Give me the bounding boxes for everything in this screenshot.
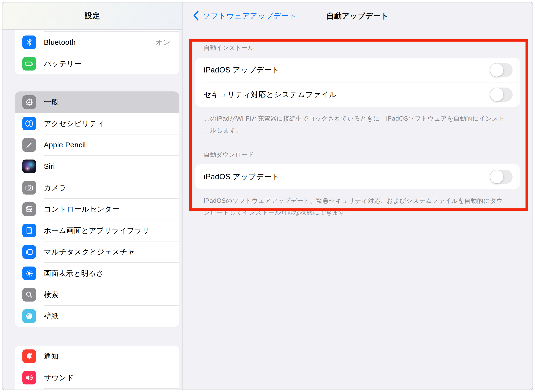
sidebar-item-label: マルチタスクとジェスチャ (44, 247, 179, 257)
sidebar-item-label: コントロールセンター (44, 204, 179, 214)
sidebar-item-label: 一般 (44, 97, 179, 107)
sidebar-group: 通知 サウンド (15, 346, 179, 390)
back-button-label: ソフトウェアアップデート (203, 11, 297, 21)
settings-row-ipados-updates-install: iPadOS アップデート (195, 58, 520, 82)
settings-group: iPadOS アップデート セキュリティ対応とシステムファイル (195, 58, 520, 107)
sidebar-item-camera[interactable]: カメラ (15, 177, 179, 198)
toggle-ipados-updates-download[interactable] (490, 170, 513, 184)
accessibility-icon (22, 117, 36, 130)
wallpaper-icon (22, 309, 36, 323)
sidebar-item-sounds[interactable]: サウンド (15, 367, 179, 388)
sidebar-item-label: Apple Pencil (44, 141, 179, 149)
sidebar-list[interactable]: Bluetooth オン バッテリー 一般 アクセシビリティ Apple Pen… (2, 30, 182, 390)
settings-content: 自動インストール iPadOS アップデート セキュリティ対応とシステムファイル… (183, 44, 533, 218)
sidebar-header: 設定 (2, 2, 182, 30)
sidebar-item-label: 壁紙 (44, 311, 179, 321)
sidebar-item-label: バッテリー (44, 59, 179, 69)
sidebar-item-bluetooth[interactable]: Bluetooth オン (15, 32, 179, 53)
search-icon (22, 288, 36, 302)
chevron-left-icon (193, 10, 199, 22)
toggle-security-responses-system-files[interactable] (490, 88, 513, 102)
sidebar-item-label: 画面表示と明るさ (44, 268, 179, 278)
sidebar-item-accessibility[interactable]: アクセシビリティ (15, 113, 179, 134)
sidebar-item-siri[interactable]: Siri (15, 156, 179, 177)
sidebar-item-display-brightness[interactable]: 画面表示と明るさ (15, 263, 179, 284)
settings-row-ipados-updates-download: iPadOS アップデート (195, 164, 520, 189)
section-footer: iPadOSのソフトウェアアップデート、緊急セキュリティ対応、およびシステムファ… (204, 195, 505, 218)
detail-pane: ソフトウェアアップデート 自動アップデート 自動インストール iPadOS アッ… (183, 2, 533, 390)
toggle-knob (490, 88, 503, 101)
sidebar-item-multitasking[interactable]: マルチタスクとジェスチャ (15, 241, 179, 263)
multitask-icon (22, 245, 36, 259)
section-header: 自動インストール (204, 44, 510, 52)
sidebar-item-label: サウンド (44, 373, 179, 383)
settings-row-label: iPadOS アップデート (204, 172, 490, 182)
section-header: 自動ダウンロード (204, 151, 510, 159)
sidebar-item-label: 検索 (44, 290, 179, 300)
clipped-row-divider (44, 30, 179, 32)
sidebar-item-label: Siri (44, 162, 179, 170)
sidebar-item-general[interactable]: 一般 (15, 91, 179, 113)
sidebar-item-battery[interactable]: バッテリー (15, 53, 179, 74)
camera-icon (22, 181, 36, 195)
settings-row-label: セキュリティ対応とシステムファイル (204, 89, 490, 100)
sidebar-title: 設定 (85, 11, 100, 21)
sidebar-group: Bluetooth オン バッテリー (15, 30, 179, 74)
sidebar-item-label: 通知 (44, 351, 179, 361)
sidebar-item-label: アクセシビリティ (44, 119, 179, 129)
gear-icon (22, 95, 36, 109)
bluetooth-icon (22, 36, 36, 49)
settings-window: 設定 Bluetooth オン バッテリー 一般 アクセシビリティ Apple … (2, 2, 533, 390)
toggle-knob (490, 170, 503, 183)
battery-icon (22, 57, 36, 71)
settings-group: iPadOS アップデート (195, 164, 520, 189)
section-footer: このiPadがWi-Fiと充電器に接続中でロックされているときに、iPadOSソ… (204, 113, 505, 136)
settings-row-label: iPadOS アップデート (204, 65, 490, 75)
pencil-icon (22, 138, 36, 152)
brightness-icon (22, 267, 36, 280)
sidebar-item-label: Bluetooth (44, 38, 156, 46)
home-screen-icon (22, 224, 36, 237)
sidebar: 設定 Bluetooth オン バッテリー 一般 アクセシビリティ Apple … (2, 2, 183, 390)
sidebar-item-label: カメラ (44, 183, 179, 193)
control-center-icon (22, 202, 36, 216)
sidebar-item-control-center[interactable]: コントロールセンター (15, 198, 179, 220)
sidebar-item-apple-pencil[interactable]: Apple Pencil (15, 134, 179, 156)
siri-icon (22, 160, 36, 173)
settings-row-security-responses-system-files: セキュリティ対応とシステムファイル (195, 82, 520, 107)
sidebar-item-home-screen[interactable]: ホーム画面とアプリライブラリ (15, 220, 179, 241)
back-button[interactable]: ソフトウェアアップデート (193, 2, 297, 30)
sidebar-group: 一般 アクセシビリティ Apple Pencil Siri カメラ コントロール… (15, 91, 179, 327)
sidebar-item-search[interactable]: 検索 (15, 284, 179, 305)
speaker-icon (22, 371, 36, 384)
navigation-bar: ソフトウェアアップデート 自動アップデート (183, 2, 533, 30)
bell-icon (22, 349, 36, 363)
clipped-row-divider (44, 388, 179, 390)
sidebar-item-value: オン (156, 37, 170, 47)
toggle-ipados-updates-install[interactable] (490, 63, 513, 77)
sidebar-item-wallpaper[interactable]: 壁紙 (15, 305, 179, 327)
sidebar-item-notifications[interactable]: 通知 (15, 346, 179, 367)
sidebar-item-label: ホーム画面とアプリライブラリ (44, 226, 179, 236)
toggle-knob (490, 63, 503, 77)
